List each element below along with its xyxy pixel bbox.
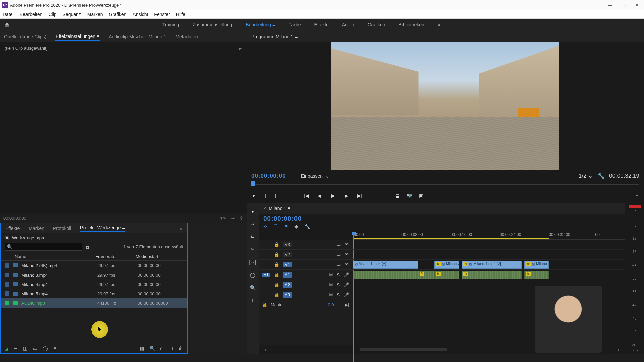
- mark-in-icon[interactable]: ▼: [251, 193, 256, 198]
- program-timecode-left[interactable]: 00:00:00:00: [251, 173, 286, 179]
- video-clip[interactable]: ▧ Milano 1.mp4 [V]: [353, 261, 418, 269]
- menu-marken[interactable]: Marken: [87, 12, 103, 17]
- track-target[interactable]: V1: [283, 262, 292, 267]
- workspace-grafiken[interactable]: Grafiken: [368, 22, 385, 27]
- workspace-training[interactable]: Training: [162, 22, 179, 27]
- toggle-output-icon[interactable]: ▭: [337, 242, 341, 247]
- solo-button[interactable]: S: [337, 272, 340, 277]
- extract-icon[interactable]: ⬓: [395, 193, 400, 198]
- tab-effekteinstellungen[interactable]: Effekteinstellungen ≡: [55, 32, 100, 41]
- workspace-overflow-icon[interactable]: »: [438, 22, 440, 27]
- pen-tool[interactable]: ◯: [249, 271, 256, 279]
- track-lane[interactable]: fxfxfxfx: [353, 270, 625, 280]
- tab-programm[interactable]: Programm: Milano 1 ≡: [251, 34, 298, 39]
- program-scrubber[interactable]: [251, 181, 639, 189]
- slip-tool[interactable]: |↔|: [249, 258, 256, 266]
- track-target[interactable]: A2: [283, 282, 292, 288]
- solo-left[interactable]: S: [631, 348, 634, 352]
- step-back-icon[interactable]: ◀|: [318, 193, 323, 198]
- close-button[interactable]: ✕: [635, 3, 639, 8]
- comparison-icon[interactable]: ▣: [419, 193, 423, 198]
- menu-hilfe[interactable]: Hilfe: [176, 12, 185, 17]
- master-track-header[interactable]: 🔒Master0,0▶|: [259, 300, 353, 310]
- menu-ansicht[interactable]: Ansicht: [132, 12, 148, 17]
- workspace-bearbeitung[interactable]: Bearbeitung ≡: [246, 22, 275, 27]
- track-header[interactable]: 🔒A3MS🎤: [259, 290, 353, 300]
- lock-icon[interactable]: 🔒: [274, 262, 279, 267]
- track-header[interactable]: A1🔒A1MS🎤: [259, 270, 353, 280]
- project-row[interactable]: Milano 3.mp429,97 fps00;00;00;00: [1, 270, 187, 280]
- toggle-sync-lock-icon[interactable]: 👁: [345, 242, 349, 247]
- audio-clip[interactable]: fx: [418, 271, 434, 279]
- home-button[interactable]: [3, 21, 11, 28]
- program-fit-dropdown[interactable]: Einpassen ⌄: [301, 173, 329, 179]
- settings-icon[interactable]: 🔧: [597, 172, 604, 179]
- sort-icon[interactable]: ◯: [43, 346, 48, 351]
- lock-icon[interactable]: 🔒: [274, 272, 279, 277]
- track-lane[interactable]: ▧ Milano 1.mp4 [V]fx▧ Milano 3.fx▧ Milan…: [353, 260, 625, 270]
- workspace-zusammenstellung[interactable]: Zusammenstellung: [193, 22, 232, 27]
- solo-right[interactable]: S: [636, 348, 638, 352]
- delete-icon[interactable]: 🗑: [178, 346, 183, 351]
- video-clip[interactable]: fx▧ Milano 5.: [524, 261, 549, 269]
- track-header[interactable]: 🔒V1▭👁: [259, 260, 353, 270]
- tab-projekt[interactable]: Projekt: Werkzeuge ≡: [80, 225, 125, 232]
- lock-icon[interactable]: 🔒: [274, 252, 279, 257]
- insert-icon[interactable]: ⇥: [231, 216, 235, 221]
- video-clip[interactable]: fx▧ Milano 3.: [434, 261, 459, 269]
- col-medienstart[interactable]: Medienstart: [136, 254, 183, 259]
- program-monitor[interactable]: [247, 42, 644, 170]
- tab-sequence[interactable]: Milano 1 ≡: [269, 206, 290, 211]
- mark-out-icon[interactable]: {: [265, 193, 266, 198]
- solo-button[interactable]: S: [337, 292, 340, 297]
- lock-icon[interactable]: 🔒: [262, 302, 267, 307]
- hand-tool[interactable]: 🔍: [249, 284, 256, 291]
- master-value[interactable]: 0,0: [328, 302, 334, 307]
- lock-icon[interactable]: 🔒: [274, 292, 279, 297]
- project-row[interactable]: Milano 4.mp429,97 fps00;00;00;00: [1, 280, 187, 289]
- tab-effekte[interactable]: Effekte: [5, 226, 20, 231]
- ripple-edit-tool[interactable]: ⇆: [249, 233, 256, 240]
- project-row[interactable]: Milano 5.mp429,97 fps00:00:00:00: [1, 289, 187, 298]
- button-editor-icon[interactable]: ＋: [635, 193, 639, 199]
- mute-button[interactable]: M: [329, 292, 333, 297]
- tab-audioclip-mischer[interactable]: Audioclip-Mischer: Milano 1: [108, 33, 167, 41]
- razor-tool[interactable]: ✂: [249, 246, 256, 253]
- track-target[interactable]: V3: [283, 242, 292, 247]
- goto-out-icon[interactable]: ▶|: [357, 193, 362, 198]
- timeline-ruler[interactable]: :00:00 00:00:08:00 00:00:16:00 00:00:24:…: [353, 232, 625, 240]
- lift-icon[interactable]: ⬚: [384, 193, 389, 198]
- toggle-output-icon[interactable]: ▭: [337, 262, 341, 267]
- overwrite-icon[interactable]: ⇪: [239, 216, 243, 221]
- panel-overflow-icon[interactable]: »: [180, 226, 182, 231]
- audio-clip[interactable]: [353, 271, 418, 279]
- program-zoom-dropdown[interactable]: 1/2 ⌄: [579, 172, 593, 179]
- menu-datei[interactable]: Datei: [3, 12, 14, 17]
- timeline-close-icon[interactable]: ×: [263, 206, 266, 211]
- solo-button[interactable]: S: [337, 282, 340, 287]
- list-view-icon[interactable]: ◢: [5, 346, 8, 351]
- workspace-audio[interactable]: Audio: [342, 22, 354, 27]
- mute-button[interactable]: M: [329, 272, 333, 277]
- freeform-view-icon[interactable]: ▥: [23, 346, 28, 351]
- video-clip[interactable]: fx▧ Milano 4.mp4 [V]: [462, 261, 522, 269]
- audio-clip[interactable]: fx: [462, 271, 522, 279]
- linked-selection-icon[interactable]: ⌒: [273, 224, 278, 230]
- menu-clip[interactable]: Clip: [48, 12, 56, 17]
- new-item-icon[interactable]: 🗋: [169, 346, 174, 351]
- track-lane[interactable]: [353, 240, 625, 250]
- goto-in-icon[interactable]: |◀: [304, 193, 309, 198]
- selection-tool[interactable]: ▸: [249, 207, 256, 215]
- voice-over-icon[interactable]: 🎤: [344, 282, 349, 287]
- mute-button[interactable]: M: [329, 282, 333, 287]
- find-icon[interactable]: ▮▮: [139, 346, 145, 351]
- workspace-farbe[interactable]: Farbe: [288, 22, 301, 27]
- voice-over-icon[interactable]: 🎤: [344, 292, 349, 297]
- source-patch[interactable]: A1: [262, 273, 270, 277]
- menu-fenster[interactable]: Fenster: [154, 12, 170, 17]
- export-frame-icon[interactable]: 📷: [407, 193, 412, 198]
- filter-bin-icon[interactable]: ▦: [85, 244, 90, 250]
- track-header[interactable]: 🔒A2MS🎤: [259, 280, 353, 290]
- lock-icon[interactable]: 🔒: [274, 242, 279, 247]
- track-target[interactable]: A3: [283, 292, 292, 298]
